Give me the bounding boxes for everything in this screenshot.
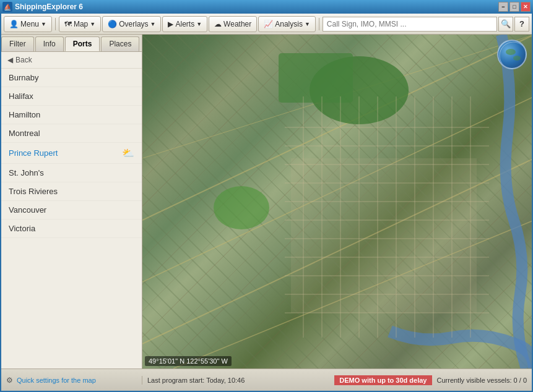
minimize-button[interactable]: − — [498, 2, 508, 12]
alerts-label: Alerts — [175, 20, 194, 28]
overlays-label: Overlays — [119, 20, 148, 28]
status-left: ⚙ Quick settings for the map — [1, 376, 142, 385]
port-item-montreal[interactable]: Montreal — [1, 124, 142, 143]
map-svg — [142, 35, 532, 369]
port-item-victoria[interactable]: Victoria — [1, 219, 142, 238]
settings-icon: ⚙ — [6, 376, 13, 385]
menu-button[interactable]: 👤 Menu ▼ — [4, 16, 52, 32]
city-block-main — [291, 158, 477, 313]
svg-point-28 — [513, 56, 521, 61]
alerts-dropdown-arrow: ▼ — [196, 21, 202, 27]
alerts-icon: ▶ — [168, 20, 173, 28]
port-name: Burnaby — [9, 73, 38, 82]
port-item-trois-rivieres[interactable]: Trois Rivieres — [1, 182, 142, 201]
port-item-halifax[interactable]: Halifax — [1, 87, 142, 106]
main-container: 👤 Menu ▼ 🗺 Map ▼ 🔵 Overlays ▼ ▶ Alerts ▼… — [0, 14, 533, 392]
park-northwest — [279, 53, 353, 103]
port-name: St. John's — [9, 168, 44, 177]
search-icon: 🔍 — [501, 19, 511, 28]
park-west — [214, 186, 269, 229]
toolbar-sep-1 — [55, 18, 56, 30]
port-item-vancouver[interactable]: Vancouver — [1, 201, 142, 219]
menu-dropdown-arrow: ▼ — [41, 21, 46, 27]
search-button[interactable]: 🔍 — [498, 17, 513, 32]
person-icon: 👤 — [9, 20, 19, 28]
app-icon: ⛵ — [2, 2, 12, 12]
help-icon: ? — [519, 19, 524, 28]
port-name: Montreal — [9, 129, 40, 138]
port-name: Halifax — [9, 92, 33, 101]
titlebar: ⛵ ShippingExplorer 6 − □ ✕ — [0, 0, 533, 14]
map-label: Map — [74, 20, 88, 28]
port-list: Burnaby Halifax Hamilton Montreal Prince… — [1, 69, 142, 369]
analysis-label: Analysis — [275, 20, 303, 28]
globe-widget — [497, 40, 527, 69]
statusbar: ⚙ Quick settings for the map Last progra… — [1, 369, 532, 391]
left-panel: Filter Info Ports Places ◀ Back Burnaby … — [1, 35, 142, 369]
port-name: Prince Rupert — [9, 148, 58, 158]
port-item-hamilton[interactable]: Hamilton — [1, 106, 142, 124]
analysis-dropdown-arrow: ▼ — [305, 21, 310, 27]
analysis-icon: 📈 — [264, 20, 273, 28]
content-area: Filter Info Ports Places ◀ Back Burnaby … — [1, 35, 532, 369]
back-label: Back — [15, 56, 32, 64]
svg-point-27 — [506, 49, 516, 55]
back-arrow-icon: ◀ — [7, 56, 13, 64]
overlays-icon: 🔵 — [108, 20, 117, 28]
port-item-burnaby[interactable]: Burnaby — [1, 69, 142, 87]
demo-badge: DEMO with up to 30d delay — [334, 375, 431, 385]
tab-filter[interactable]: Filter — [1, 36, 34, 51]
weather-label: Weather — [223, 20, 251, 28]
tab-ports[interactable]: Ports — [65, 36, 100, 51]
status-right: Last program start: Today, 10:46 DEMO wi… — [142, 375, 532, 385]
river-south — [390, 331, 532, 369]
tabs: Filter Info Ports Places — [1, 35, 142, 52]
toolbar-sep-2 — [319, 18, 319, 30]
titlebar-controls: − □ ✕ — [498, 2, 531, 12]
port-item-st-johns[interactable]: St. John's — [1, 164, 142, 182]
port-item-prince-rupert[interactable]: Prince Rupert ⛅ — [1, 143, 142, 164]
maximize-button[interactable]: □ — [509, 2, 519, 12]
toolbar: 👤 Menu ▼ 🗺 Map ▼ 🔵 Overlays ▼ ▶ Alerts ▼… — [1, 14, 532, 35]
app-title: ShippingExplorer 6 — [15, 2, 83, 11]
map-coordinates: 49°15'01" N 122°55'30" W — [145, 356, 232, 366]
map-dropdown-arrow: ▼ — [90, 21, 95, 27]
tab-places[interactable]: Places — [101, 36, 139, 51]
map-area[interactable]: 49°15'01" N 122°55'30" W — [142, 35, 532, 369]
weather-button[interactable]: ☁ Weather — [209, 16, 257, 32]
help-button[interactable]: ? — [514, 17, 529, 32]
map-icon: 🗺 — [64, 20, 72, 28]
overlays-dropdown-arrow: ▼ — [150, 21, 156, 27]
close-button[interactable]: ✕ — [521, 2, 531, 12]
search-input[interactable] — [323, 17, 497, 32]
river-east — [501, 35, 526, 369]
alerts-button[interactable]: ▶ Alerts ▼ — [162, 16, 207, 32]
port-name: Victoria — [9, 224, 35, 233]
vessels-label: Currently visible vessels: 0 / 0 — [437, 377, 527, 384]
port-name: Trois Rivieres — [9, 187, 58, 196]
overlays-button[interactable]: 🔵 Overlays ▼ — [102, 16, 161, 32]
titlebar-left: ⛵ ShippingExplorer 6 — [2, 2, 83, 12]
last-start-label: Last program start: Today, 10:46 — [147, 377, 245, 384]
map-button[interactable]: 🗺 Map ▼ — [59, 16, 101, 32]
back-button[interactable]: ◀ Back — [1, 52, 142, 69]
map-background — [142, 35, 532, 369]
quick-settings-label[interactable]: Quick settings for the map — [17, 377, 96, 384]
cloudy-weather-icon: ⛅ — [122, 147, 134, 159]
port-name: Hamilton — [9, 110, 40, 119]
port-name: Vancouver — [9, 205, 46, 215]
weather-icon: ☁ — [214, 20, 222, 28]
menu-label: Menu — [20, 20, 39, 28]
analysis-button[interactable]: 📈 Analysis ▼ — [258, 16, 316, 32]
tab-info[interactable]: Info — [35, 36, 64, 51]
